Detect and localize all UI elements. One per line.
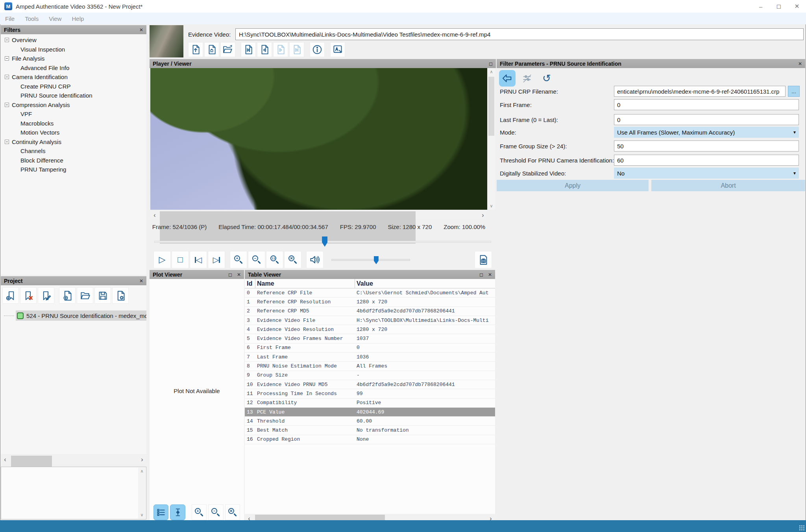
- collapse-icon[interactable]: [5, 75, 9, 79]
- plot-marker-toggle[interactable]: [170, 504, 185, 520]
- add-bookmark-button[interactable]: [2, 287, 19, 304]
- filters-item-advanced-file-info[interactable]: Advanced File Info: [1, 63, 146, 73]
- filters-item-visual-inspection[interactable]: Visual Inspection: [1, 45, 146, 54]
- plot-legend-toggle[interactable]: [153, 504, 168, 520]
- plot-zoom-in-button[interactable]: +: [192, 504, 207, 520]
- first-frame-input[interactable]: [614, 99, 799, 110]
- table-row-selected[interactable]: 13PCE Value402044.69: [245, 408, 495, 417]
- menu-file[interactable]: File: [0, 15, 20, 22]
- table-row[interactable]: 2Reference CRP MD54b6df2fd5a9e2cdd707db7…: [245, 307, 495, 316]
- menu-view[interactable]: View: [44, 15, 67, 22]
- table-row[interactable]: 7Last Frame1036: [245, 353, 495, 362]
- zoom-actual-size-button[interactable]: 1:1: [266, 251, 283, 268]
- next-file-button[interactable]: [273, 42, 288, 57]
- table-row[interactable]: 0Reference CRP FileC:\Users\Gernot Schmi…: [245, 288, 495, 297]
- previous-frame-button[interactable]: ◁: [190, 251, 207, 268]
- stabilized-video-select[interactable]: No ▾: [614, 168, 799, 179]
- filters-item-macroblocks[interactable]: Macroblocks: [1, 119, 146, 128]
- filters-item-channels[interactable]: Channels: [1, 146, 146, 156]
- collapse-icon[interactable]: [5, 38, 9, 42]
- table-row[interactable]: 16Cropped RegionNone: [245, 435, 495, 444]
- player-float-icon[interactable]: ◻: [489, 61, 493, 66]
- stop-button[interactable]: □: [172, 251, 189, 268]
- delete-bookmark-button[interactable]: [20, 287, 37, 304]
- collapse-icon[interactable]: [5, 140, 9, 144]
- table-row[interactable]: 8PRNU Noise Estimation ModeAll Frames: [245, 362, 495, 371]
- save-project-button[interactable]: [94, 287, 111, 304]
- filters-item-file-analysis[interactable]: File Analysis: [1, 54, 146, 63]
- filters-item-block-difference[interactable]: Block Difference: [1, 156, 146, 165]
- resize-grip-icon[interactable]: [799, 525, 805, 531]
- reset-parameters-button[interactable]: ↺: [538, 70, 555, 87]
- table-row[interactable]: 4Evidence Video Resolution1280 x 720: [245, 325, 495, 334]
- collapse-icon[interactable]: [5, 56, 9, 61]
- frame-group-size-input[interactable]: [614, 140, 799, 151]
- plot-zoom-out-button[interactable]: −: [208, 504, 223, 520]
- column-header-value[interactable]: Value: [355, 280, 495, 287]
- project-tree-item[interactable]: 524 - PRNU Source Identification - medex…: [1, 310, 146, 321]
- scroll-right-icon[interactable]: ›: [138, 456, 146, 463]
- minimize-button[interactable]: –: [752, 0, 770, 13]
- close-button[interactable]: ✕: [788, 0, 806, 13]
- table-row[interactable]: 3Evidence Video FileH:\Sync\TOOLBOX\Mult…: [245, 316, 495, 325]
- project-close-icon[interactable]: ✕: [139, 279, 143, 283]
- scroll-right-icon[interactable]: ›: [479, 212, 487, 219]
- table-row[interactable]: 12CompatibilityPositive: [245, 399, 495, 408]
- table-float-icon[interactable]: ◻: [479, 272, 483, 277]
- previous-file-button[interactable]: [257, 42, 272, 57]
- filters-item-motion-vectors[interactable]: Motion Vectors: [1, 128, 146, 137]
- plot-float-icon[interactable]: ◻: [228, 272, 232, 277]
- zoom-in-button[interactable]: +: [230, 251, 247, 268]
- column-header-name[interactable]: Name: [255, 279, 355, 288]
- video-hscrollbar[interactable]: ‹ ›: [150, 211, 487, 220]
- table-row[interactable]: 11Processing Time In Seconds99: [245, 389, 495, 398]
- scroll-down-icon[interactable]: ∨: [140, 512, 143, 517]
- disable-filter-button[interactable]: [519, 70, 535, 87]
- project-settings-button[interactable]: [112, 287, 129, 304]
- filters-item-create-prnu-crp[interactable]: Create PRNU CRP: [1, 82, 146, 91]
- plot-zoom-fit-button[interactable]: ✕: [225, 504, 240, 520]
- table-row[interactable]: 14Threshold60.00: [245, 417, 495, 426]
- maximize-button[interactable]: ◻: [770, 0, 788, 13]
- file-info-button[interactable]: [310, 42, 325, 57]
- mute-button[interactable]: [306, 251, 324, 268]
- video-frame[interactable]: [150, 68, 487, 210]
- video-vscrollbar[interactable]: ∧ ∨: [488, 68, 495, 210]
- table-row[interactable]: 9Group Size-: [245, 371, 495, 380]
- table-row[interactable]: 6First Frame0: [245, 344, 495, 353]
- next-frame-button[interactable]: ▷: [208, 251, 225, 268]
- scroll-up-icon[interactable]: ∧: [140, 469, 143, 474]
- seek-handle[interactable]: [322, 236, 327, 247]
- volume-slider[interactable]: [331, 259, 410, 261]
- plot-close-icon[interactable]: ✕: [237, 272, 241, 277]
- abort-button[interactable]: Abort: [651, 180, 805, 191]
- last-frame-input[interactable]: [614, 114, 799, 125]
- filters-item-prnu-tampering[interactable]: PRNU Tampering: [1, 165, 146, 174]
- open-project-button[interactable]: [77, 287, 93, 304]
- threshold-input[interactable]: [614, 155, 799, 166]
- evidence-path-input[interactable]: [235, 28, 804, 40]
- project-notes-box[interactable]: ∧ ∨: [1, 467, 146, 519]
- menu-help[interactable]: Help: [67, 15, 89, 22]
- browse-button[interactable]: ...: [788, 86, 800, 97]
- filters-item-vpf[interactable]: VPF: [1, 109, 146, 119]
- table-row[interactable]: 10Evidence Video PRNU MD54b6df2fd5a9e2cd…: [245, 380, 495, 389]
- new-project-button[interactable]: [59, 287, 76, 304]
- volume-handle[interactable]: [374, 256, 379, 264]
- scroll-left-icon[interactable]: ‹: [150, 212, 159, 219]
- scroll-down-icon[interactable]: ∨: [490, 203, 493, 209]
- notes-vscrollbar[interactable]: ∧ ∨: [138, 467, 146, 519]
- table-row[interactable]: 5Evidence Video Frames Number1037: [245, 334, 495, 343]
- filter-parameters-close-icon[interactable]: ✕: [798, 61, 802, 66]
- scroll-thumb[interactable]: [488, 77, 494, 136]
- edit-bookmark-button[interactable]: [38, 287, 54, 304]
- zoom-out-button[interactable]: −: [248, 251, 265, 268]
- zoom-fit-button[interactable]: ✕: [284, 251, 301, 268]
- back-button[interactable]: [499, 70, 516, 87]
- mode-select[interactable]: Use All Frames (Slower, Maximum Accuracy…: [614, 127, 799, 138]
- filters-item-compression-analysis[interactable]: Compression Analysis: [1, 100, 146, 110]
- table-close-icon[interactable]: ✕: [488, 272, 492, 277]
- scroll-left-icon[interactable]: ‹: [1, 456, 9, 463]
- filters-item-prnu-source-identification[interactable]: PRNU Source Identification: [1, 91, 146, 100]
- last-file-button[interactable]: [289, 42, 304, 57]
